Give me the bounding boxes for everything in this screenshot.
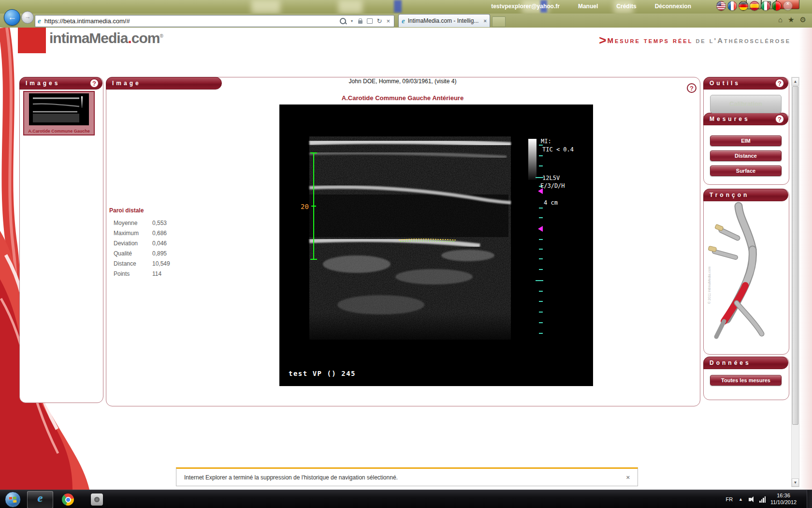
clock-time: 16:36 bbox=[768, 492, 799, 499]
stat-value: 10,549 bbox=[152, 260, 170, 267]
images-help-icon[interactable]: ? bbox=[89, 78, 99, 88]
scroll-down-arrow[interactable]: ▼ bbox=[792, 478, 799, 487]
surface-button[interactable]: Surface bbox=[710, 165, 782, 176]
flag-spain-icon[interactable] bbox=[750, 1, 759, 11]
scroll-up-arrow[interactable]: ▲ bbox=[792, 77, 799, 86]
stats-row: Qualité0,895 bbox=[114, 248, 170, 258]
favorites-star-icon[interactable]: ★ bbox=[788, 15, 794, 24]
ultrasound-footer-label: test VP () 245 bbox=[289, 370, 356, 377]
logo-dot: . bbox=[128, 30, 131, 46]
home-icon[interactable]: ⌂ bbox=[778, 15, 783, 24]
windows-logo-icon bbox=[5, 492, 20, 507]
flag-germany-icon[interactable] bbox=[739, 1, 748, 11]
nav-user-area: testvpexplorer@yahoo.fr Manuel Crédits D… bbox=[491, 0, 691, 12]
artery-diagram[interactable]: © 2011 IntimaMedia.com bbox=[707, 193, 785, 351]
flag-portugal-icon[interactable] bbox=[772, 1, 782, 11]
outils-help-icon[interactable]: ? bbox=[775, 78, 784, 88]
mode-label: E/3/D/H bbox=[540, 182, 565, 189]
show-desktop-button[interactable] bbox=[807, 490, 812, 508]
language-indicator[interactable]: FR bbox=[725, 496, 733, 502]
image-thumbnail-item[interactable]: A.Carotide Commune Gauche bbox=[23, 91, 95, 135]
flag-italy-icon[interactable] bbox=[761, 1, 770, 11]
stat-label: Maximum bbox=[114, 230, 148, 237]
stats-row: Deviation0,046 bbox=[114, 238, 170, 248]
logo-red-block bbox=[18, 28, 46, 53]
flag-disabled-icon bbox=[783, 1, 793, 11]
address-bar-icons: ▼ ↻ × bbox=[340, 17, 390, 25]
ie-notification-bar: Internet Explorer a terminé la suppressi… bbox=[176, 467, 638, 486]
depth-label: 4 cm bbox=[544, 199, 558, 206]
browser-tab[interactable]: e IntimaMedia.com - Intellig... × bbox=[398, 14, 490, 27]
site-tagline: >Mesure temps réelde l'Athérosclérose bbox=[599, 33, 791, 48]
tools-gear-icon[interactable]: ⚙ bbox=[800, 15, 806, 24]
toutes-les-mesures-button[interactable]: Toutes les mesures bbox=[710, 375, 782, 386]
notification-message: Internet Explorer a terminé la suppressi… bbox=[184, 474, 626, 481]
desktop-screen: – ❐ × ← → e https://beta.intimamedia.com… bbox=[0, 0, 812, 508]
network-icon[interactable] bbox=[759, 496, 766, 503]
start-button[interactable] bbox=[5, 492, 21, 508]
nav-link-credits[interactable]: Crédits bbox=[616, 3, 636, 10]
windows-taskbar: e FR ▲ 16:36 11/10/2012 bbox=[0, 490, 812, 508]
nav-link-deconnexion[interactable]: Déconnexion bbox=[655, 3, 691, 10]
donnees-panel-header: Données bbox=[703, 357, 788, 369]
browser-forward-button[interactable]: → bbox=[21, 11, 34, 24]
measurement-stats: Paroi distale Moyenne0,553 Maximum0,686 … bbox=[114, 207, 170, 279]
volume-icon[interactable] bbox=[749, 498, 751, 501]
stat-label: Points bbox=[114, 270, 148, 277]
url-text[interactable]: https://beta.intimamedia.com/# bbox=[44, 17, 340, 25]
site-logo[interactable]: intimaMedia.com® bbox=[49, 30, 163, 46]
wallpaper-streak bbox=[338, 0, 362, 14]
browser-action-icons: ⌂ ★ ⚙ bbox=[778, 15, 806, 24]
tagline-chevron-icon: > bbox=[599, 33, 606, 47]
nav-link-manuel[interactable]: Manuel bbox=[578, 3, 598, 10]
eim-button[interactable]: EIM bbox=[710, 135, 782, 146]
distance-button[interactable]: Distance bbox=[710, 150, 782, 161]
stop-icon[interactable]: × bbox=[386, 17, 390, 25]
refresh-icon[interactable]: ↻ bbox=[377, 17, 382, 25]
ie-favicon: e bbox=[38, 17, 41, 25]
stat-value: 0,046 bbox=[152, 240, 167, 247]
stat-label: Qualité bbox=[114, 250, 148, 257]
page-scrollbar[interactable]: ▲ ▼ bbox=[791, 77, 799, 487]
hidden-icons-arrow[interactable]: ▲ bbox=[739, 497, 743, 502]
address-bar[interactable]: e https://beta.intimamedia.com/# ▼ ↻ × bbox=[35, 15, 394, 27]
stat-label: Distance bbox=[114, 260, 148, 267]
scrollbar-thumb[interactable] bbox=[792, 86, 798, 425]
notification-close-icon[interactable]: × bbox=[626, 474, 630, 481]
new-tab-button[interactable] bbox=[492, 16, 506, 27]
artery-copyright: © 2011 IntimaMedia.com bbox=[708, 266, 711, 304]
search-icon[interactable] bbox=[340, 18, 346, 24]
taskbar-clock[interactable]: 16:36 11/10/2012 bbox=[768, 492, 799, 506]
stats-row: Maximum0,686 bbox=[114, 228, 170, 238]
taskbar-ie-button[interactable]: e bbox=[27, 491, 53, 508]
thumbnail-caption: A.Carotide Commune Gauche bbox=[24, 129, 94, 134]
ie-icon: e bbox=[38, 492, 43, 505]
taskbar-app-icon[interactable] bbox=[91, 493, 103, 506]
wallpaper-shape bbox=[394, 0, 402, 13]
tab-favicon: e bbox=[402, 17, 405, 25]
flag-us-icon[interactable] bbox=[716, 1, 726, 11]
calibration-button: Calibration bbox=[710, 95, 782, 113]
taskbar-chrome-icon[interactable] bbox=[62, 493, 74, 506]
stat-value: 0,686 bbox=[152, 230, 167, 237]
image-panel-help-icon[interactable]: ? bbox=[687, 83, 696, 93]
browser-back-button[interactable]: ← bbox=[4, 9, 20, 26]
language-flags bbox=[716, 1, 793, 11]
clock-date: 11/10/2012 bbox=[768, 499, 799, 506]
flag-france-icon[interactable] bbox=[727, 1, 737, 11]
search-dropdown-icon[interactable]: ▼ bbox=[350, 19, 354, 23]
mesures-help-icon[interactable]: ? bbox=[775, 114, 784, 124]
probe-label: 12L5V bbox=[542, 175, 560, 181]
stat-value: 0,895 bbox=[152, 250, 167, 257]
stats-row: Moyenne0,553 bbox=[114, 218, 170, 228]
tic-label: TIC < 0.4 bbox=[542, 146, 574, 153]
compatibility-view-icon[interactable] bbox=[367, 18, 373, 24]
tab-close-icon[interactable]: × bbox=[484, 18, 487, 24]
artery-clamp-markers bbox=[708, 224, 724, 252]
stats-header: Paroi distale bbox=[109, 207, 170, 214]
user-email: testvpexplorer@yahoo.fr bbox=[491, 3, 560, 10]
ultrasound-image[interactable]: 20 MI: TIC < 0.4 12L5V E/3/D/H 4 cm test… bbox=[279, 105, 593, 386]
wallpaper-streak bbox=[251, 0, 280, 14]
patient-info: John DOE, Homme, 09/03/1961, (visite 4) bbox=[106, 78, 699, 85]
browser-navigation-bar: ← → e https://beta.intimamedia.com/# ▼ ↻… bbox=[0, 14, 812, 28]
